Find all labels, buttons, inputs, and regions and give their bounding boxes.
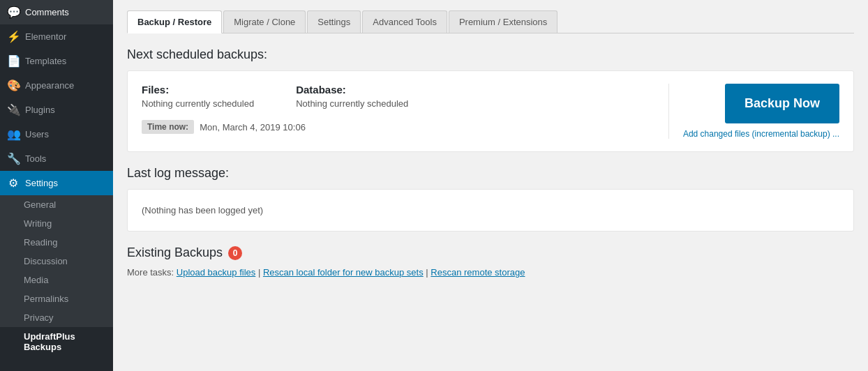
sidebar-item-label: Elementor — [25, 31, 66, 42]
files-label: Files: — [142, 84, 254, 96]
separator-1: | — [258, 267, 263, 278]
log-message-heading: Last log message: — [127, 166, 854, 181]
database-status: Nothing currently scheduled — [296, 98, 408, 109]
tools-icon: 🔧 — [7, 152, 20, 165]
tab-premium-extensions[interactable]: Premium / Extensions — [449, 10, 558, 33]
main-content: Backup / Restore Migrate / Clone Setting… — [113, 0, 868, 371]
log-message-card: (Nothing has been logged yet) — [127, 189, 854, 232]
sidebar-item-elementor[interactable]: ⚡ Elementor — [0, 24, 113, 49]
rescan-local-link[interactable]: Rescan local folder for new backup sets — [263, 267, 424, 278]
sidebar-item-label: Settings — [25, 178, 58, 188]
sidebar-item-label: Tools — [25, 153, 46, 164]
sidebar-item-templates[interactable]: 📄 Templates — [0, 49, 113, 73]
backup-right: Backup Now Add changed files (incrementa… — [668, 84, 839, 139]
sidebar-item-appearance[interactable]: 🎨 Appearance — [0, 73, 113, 98]
templates-icon: 📄 — [7, 54, 20, 68]
existing-backups-count: 0 — [228, 246, 242, 260]
tab-bar: Backup / Restore Migrate / Clone Setting… — [127, 10, 854, 33]
more-tasks-label: More tasks: — [127, 267, 174, 278]
users-icon: 👥 — [7, 128, 20, 141]
backup-info-cols: Files: Nothing currently scheduled Datab… — [142, 84, 668, 109]
submenu-item-discussion[interactable]: Discussion — [0, 252, 113, 271]
sidebar-item-label: Plugins — [25, 105, 55, 115]
rescan-remote-link[interactable]: Rescan remote storage — [431, 267, 525, 278]
sidebar-item-settings[interactable]: ⚙ Settings — [0, 171, 113, 195]
submenu-item-general[interactable]: General — [0, 195, 113, 214]
incremental-backup-link[interactable]: Add changed files (incremental backup) .… — [683, 129, 839, 139]
tab-backup-restore[interactable]: Backup / Restore — [127, 10, 222, 33]
sidebar-item-label: Users — [25, 129, 49, 139]
submenu-item-privacy[interactable]: Privacy — [0, 308, 113, 327]
more-tasks-row: More tasks: Upload backup files | Rescan… — [127, 267, 854, 278]
submenu-item-updraftplus[interactable]: UpdraftPlus Backups — [0, 327, 113, 356]
tab-migrate-clone[interactable]: Migrate / Clone — [223, 10, 306, 33]
sidebar-item-comments[interactable]: 💬 Comments — [0, 0, 113, 24]
sidebar: 💬 Comments ⚡ Elementor 📄 Templates 🎨 App… — [0, 0, 113, 371]
plugins-icon: 🔌 — [7, 103, 20, 116]
log-content: (Nothing has been logged yet) — [142, 202, 839, 218]
tab-settings[interactable]: Settings — [307, 10, 361, 33]
elementor-icon: ⚡ — [7, 30, 20, 43]
submenu-item-writing[interactable]: Writing — [0, 214, 113, 233]
backup-card-inner: Files: Nothing currently scheduled Datab… — [142, 84, 839, 139]
submenu-item-permalinks[interactable]: Permalinks — [0, 289, 113, 308]
backup-now-button[interactable]: Backup Now — [725, 84, 839, 123]
existing-backups-label: Existing Backups — [127, 245, 223, 260]
upload-backup-files-link[interactable]: Upload backup files — [177, 267, 255, 278]
existing-backups-heading: Existing Backups 0 — [127, 245, 854, 260]
tab-advanced-tools[interactable]: Advanced Tools — [362, 10, 447, 33]
time-now-value: Mon, March 4, 2019 10:06 — [200, 122, 306, 132]
sidebar-item-tools[interactable]: 🔧 Tools — [0, 146, 113, 171]
sidebar-item-users[interactable]: 👥 Users — [0, 122, 113, 146]
sidebar-item-label: Appearance — [25, 80, 74, 91]
scheduled-backups-card: Files: Nothing currently scheduled Datab… — [127, 70, 854, 152]
files-col: Files: Nothing currently scheduled — [142, 84, 254, 109]
database-label: Database: — [296, 84, 408, 96]
submenu-item-media[interactable]: Media — [0, 271, 113, 289]
database-col: Database: Nothing currently scheduled — [296, 84, 408, 109]
appearance-icon: 🎨 — [7, 79, 20, 92]
sidebar-item-label: Comments — [25, 7, 69, 17]
time-row: Time now: Mon, March 4, 2019 10:06 — [142, 120, 668, 134]
comments-icon: 💬 — [7, 6, 20, 19]
settings-icon: ⚙ — [7, 176, 20, 190]
time-now-label: Time now: — [142, 120, 194, 134]
sidebar-item-label: Templates — [25, 56, 66, 66]
sidebar-item-plugins[interactable]: 🔌 Plugins — [0, 98, 113, 122]
scheduled-backups-heading: Next scheduled backups: — [127, 47, 854, 62]
backup-left: Files: Nothing currently scheduled Datab… — [142, 84, 668, 139]
settings-submenu: General Writing Reading Discussion Media… — [0, 195, 113, 356]
files-status: Nothing currently scheduled — [142, 98, 254, 109]
submenu-item-reading[interactable]: Reading — [0, 233, 113, 252]
